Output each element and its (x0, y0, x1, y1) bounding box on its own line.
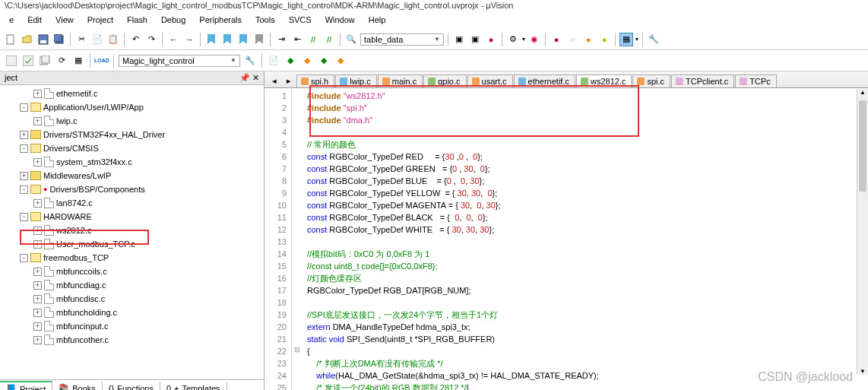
pane-pin-icon[interactable]: 📌 (239, 73, 250, 82)
tab-project[interactable]: 📘Project (0, 381, 52, 390)
scroll-up-icon[interactable]: ▲ (860, 89, 866, 96)
manage-icon[interactable]: ◆ (284, 54, 297, 68)
tree-item[interactable]: +mbfunccoils.c (0, 265, 264, 278)
tab-templates[interactable]: 0+Templates (160, 382, 227, 391)
file-tab[interactable]: ws2812.c (576, 75, 632, 87)
expand-icon[interactable]: + (33, 309, 42, 317)
expand-icon[interactable]: + (33, 336, 42, 344)
expand-icon[interactable]: + (20, 131, 28, 139)
file-tab[interactable]: usart.c (467, 75, 513, 87)
scroll-thumb[interactable] (859, 100, 866, 192)
file-tab[interactable]: spi.h (296, 75, 334, 87)
bookmark-clear-icon[interactable] (252, 33, 266, 46)
tree-item[interactable]: +system_stm32f4xx.c (0, 155, 264, 169)
file-tab[interactable]: TCPc (735, 75, 777, 87)
tree-item[interactable]: +mbfuncinput.c (0, 319, 264, 333)
build3-icon[interactable] (38, 54, 52, 68)
tree-item[interactable]: +mbfuncholding.c (0, 306, 264, 319)
cut-icon[interactable]: ✂ (74, 33, 88, 46)
expand-icon[interactable]: + (33, 90, 42, 98)
layout-dd-icon[interactable]: ▾ (635, 36, 638, 43)
expand-icon[interactable]: - (20, 144, 28, 153)
saveall-icon[interactable] (52, 33, 66, 46)
manage4-icon[interactable]: ◆ (334, 54, 347, 68)
tree-item[interactable]: +lwip.c (0, 114, 264, 128)
fold-column[interactable]: ⊟ (292, 88, 303, 390)
expand-icon[interactable]: + (33, 295, 42, 303)
outdent-icon[interactable]: ⇤ (290, 33, 304, 46)
menu-tools[interactable]: Tools (249, 14, 281, 29)
save-icon[interactable] (36, 33, 50, 46)
config-dd-icon[interactable]: ▾ (522, 36, 525, 43)
undo-icon[interactable]: ↶ (128, 33, 142, 46)
uncomment-icon[interactable]: // (322, 33, 336, 46)
code-area[interactable]: 1234567891011121314151617181920212223242… (265, 88, 868, 390)
build2-icon[interactable] (21, 54, 35, 68)
tab-functions[interactable]: {}Functions (103, 382, 160, 391)
file-tab[interactable]: gpio.c (423, 75, 466, 87)
debug-run-icon[interactable]: ▣ (452, 33, 466, 46)
build-icon[interactable] (5, 54, 18, 68)
menu-window[interactable]: Window (319, 14, 361, 29)
target-opts-icon[interactable]: 🔧 (243, 54, 257, 68)
tree-item[interactable]: +Middlewares/LwIP (0, 169, 264, 182)
expand-icon[interactable]: + (33, 158, 42, 166)
menu-project[interactable]: Project (81, 14, 119, 29)
options-icon[interactable]: 🔧 (647, 33, 661, 46)
menu-debug[interactable]: Debug (155, 14, 192, 29)
tree-item[interactable]: -Drivers/CMSIS (0, 141, 264, 155)
tab-prev-icon[interactable]: ◂ (268, 74, 281, 87)
dot-orange-icon[interactable]: ● (581, 33, 595, 46)
expand-icon[interactable]: + (33, 268, 42, 276)
dot-yellow-icon[interactable]: ● (597, 33, 611, 46)
expand-icon[interactable]: - (20, 185, 28, 194)
expand-icon[interactable]: + (33, 227, 42, 235)
expand-icon[interactable]: - (20, 254, 28, 262)
bookmark-prev-icon[interactable] (220, 33, 234, 46)
expand-icon[interactable]: + (33, 281, 42, 290)
file-tab[interactable]: ethernetif.c (514, 75, 575, 87)
paste-icon[interactable]: 📋 (106, 33, 120, 46)
tree-item[interactable]: -●Drivers/BSP/Components (0, 182, 264, 196)
find-list-icon[interactable]: 🔍 (344, 33, 358, 46)
expand-icon[interactable]: + (20, 172, 28, 180)
redo-icon[interactable]: ↷ (144, 33, 158, 46)
bookmark-icon[interactable] (204, 33, 218, 46)
download-icon[interactable]: LOAD (95, 54, 109, 68)
bookmark-next-icon[interactable] (236, 33, 250, 46)
tab-next-icon[interactable]: ▸ (282, 74, 296, 87)
tree-item[interactable]: +mbfuncother.c (0, 333, 264, 347)
tree-item[interactable]: +lan8742.c (0, 196, 264, 210)
tree-item[interactable]: -HARDWARE (0, 210, 264, 224)
pane-close-icon[interactable]: ✕ (252, 73, 259, 82)
scroll-down-icon[interactable]: ▼ (860, 368, 866, 375)
tree-item[interactable]: -freemodbus_TCP (0, 251, 264, 265)
file-ext-icon[interactable]: 📄 (267, 54, 280, 68)
breakpoint-icon[interactable]: ● (484, 33, 498, 46)
copy-icon[interactable]: 📄 (90, 33, 104, 46)
fwd-icon[interactable]: → (182, 33, 196, 46)
comment-icon[interactable]: // (306, 33, 320, 46)
file-tab[interactable]: main.c (378, 75, 423, 87)
file-tab[interactable]: spi.c (632, 75, 670, 87)
rebuild-icon[interactable]: ⟳ (55, 54, 68, 68)
menu-e[interactable]: e (3, 14, 20, 29)
menu-edit[interactable]: Edit (21, 14, 48, 29)
expand-icon[interactable]: + (33, 117, 42, 125)
tree-item[interactable]: +Drivers/STM32F4xx_HAL_Driver (0, 128, 264, 141)
tab-books[interactable]: 📚Books (52, 382, 103, 390)
target-combo[interactable]: Magic_light_control▼ (119, 55, 240, 67)
manage3-icon[interactable]: ◆ (317, 54, 331, 68)
config-icon[interactable]: ⚙ (506, 33, 520, 46)
dot-red-icon[interactable]: ● (550, 33, 563, 46)
menu-help[interactable]: Help (363, 14, 392, 29)
tree-item[interactable]: +ws2812.c (0, 224, 264, 237)
expand-icon[interactable]: + (33, 240, 42, 249)
manage2-icon[interactable]: ◆ (300, 54, 314, 68)
expand-icon[interactable]: - (20, 103, 28, 112)
expand-icon[interactable]: - (20, 213, 28, 221)
search-combo[interactable]: table_data▼ (360, 33, 444, 46)
debug-stop-icon[interactable]: ▣ (468, 33, 482, 46)
tree-item[interactable]: +User_modbus_TCP.c (0, 237, 264, 251)
tree-item[interactable]: +mbfuncdiag.c (0, 278, 264, 292)
